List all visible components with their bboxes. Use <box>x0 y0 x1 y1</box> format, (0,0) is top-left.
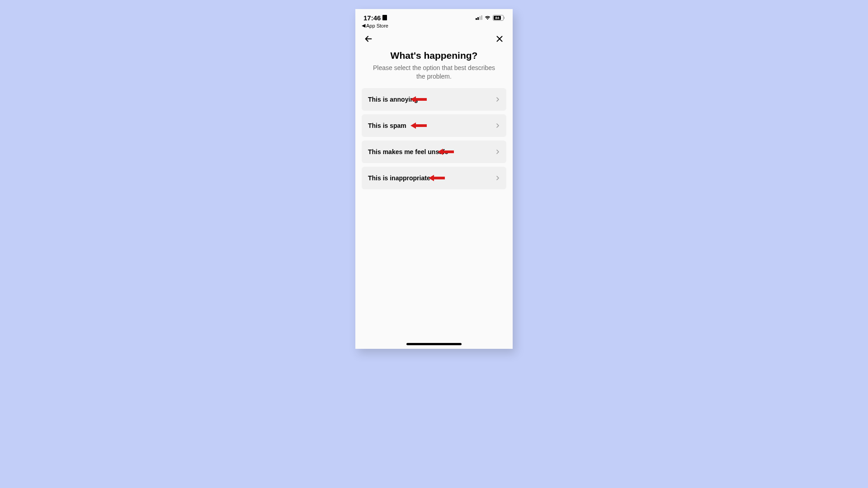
option-annoying[interactable]: This is annoying <box>362 88 506 111</box>
page-subtitle: Please select the option that best descr… <box>362 64 506 81</box>
navigation-bar <box>355 30 513 47</box>
annotation-arrow-icon <box>437 148 455 156</box>
status-left: 17:46 <box>363 14 387 22</box>
home-indicator[interactable] <box>406 343 462 345</box>
annotation-arrow-icon <box>410 122 428 130</box>
status-time: 17:46 <box>363 14 381 22</box>
chevron-right-icon <box>495 150 500 154</box>
wifi-icon <box>484 15 491 20</box>
option-unsafe[interactable]: This makes me feel unsafe <box>362 141 506 163</box>
back-arrow-icon[interactable] <box>363 34 373 44</box>
cellular-signal-icon <box>476 15 482 20</box>
back-to-appstore-link[interactable]: ◀ App Store <box>355 22 513 30</box>
page-title: What's happening? <box>362 50 506 61</box>
back-appstore-label: App Store <box>366 23 388 28</box>
chevron-right-icon <box>495 176 500 180</box>
battery-icon: 84 <box>493 15 505 21</box>
option-label: This makes me feel unsafe <box>368 148 448 155</box>
option-label: This is inappropriate <box>368 174 430 182</box>
option-spam[interactable]: This is spam <box>362 114 506 137</box>
back-triangle-icon: ◀ <box>362 23 365 28</box>
close-icon[interactable] <box>495 34 505 44</box>
option-inappropriate[interactable]: This is inappropriate <box>362 167 506 189</box>
chevron-right-icon <box>495 97 500 102</box>
status-right: 84 <box>476 15 505 21</box>
annotation-arrow-icon <box>410 95 428 103</box>
battery-level: 84 <box>495 16 499 20</box>
content-area: What's happening? Please select the opti… <box>355 47 513 196</box>
annotation-arrow-icon <box>428 174 446 182</box>
status-bar: 17:46 84 <box>355 9 513 22</box>
phone-screen: 17:46 84 ◀ App Store <box>355 9 513 349</box>
chevron-right-icon <box>495 123 500 128</box>
option-label: This is spam <box>368 122 406 129</box>
lock-icon <box>382 15 387 20</box>
